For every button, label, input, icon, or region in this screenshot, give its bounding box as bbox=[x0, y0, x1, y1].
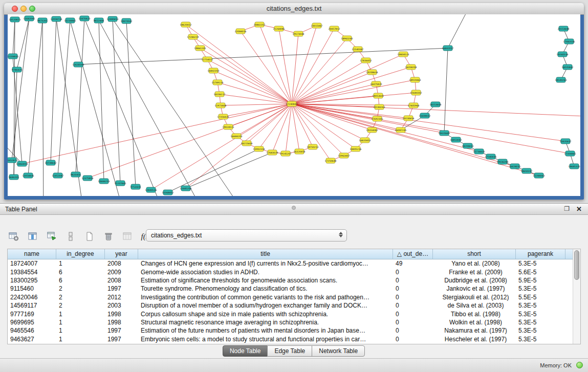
graph-node[interactable]: 15736820 bbox=[473, 149, 485, 154]
graph-node[interactable]: 19573048 bbox=[293, 31, 304, 36]
graph-edge[interactable] bbox=[292, 84, 376, 104]
graph-node[interactable]: 18920463 bbox=[409, 77, 421, 82]
graph-node[interactable]: 17250648 bbox=[325, 158, 337, 163]
table-cell[interactable]: 6 bbox=[56, 269, 105, 276]
graph-node[interactable]: 10684253 bbox=[98, 179, 110, 184]
table-row[interactable]: 946554611997Estimation of the future num… bbox=[8, 326, 580, 335]
graph-node[interactable]: 17692305 bbox=[372, 116, 383, 121]
graph-node[interactable]: 16842350 bbox=[208, 68, 220, 73]
graph-node[interactable]: 11682045 bbox=[24, 16, 35, 21]
tab-edge-table[interactable]: Edge Table bbox=[267, 345, 312, 357]
graph-node[interactable]: 18206117 bbox=[214, 92, 226, 97]
table-cell[interactable]: 1997 bbox=[105, 327, 138, 334]
graph-node[interactable]: 18750213 bbox=[307, 144, 319, 149]
graph-node[interactable]: 15902318 bbox=[253, 146, 265, 151]
table-cell[interactable]: 6 bbox=[56, 277, 105, 284]
table-cell[interactable]: Changes of HCN gene expression and I(f) … bbox=[138, 260, 393, 267]
table-cell[interactable]: 5.9E-5 bbox=[516, 277, 565, 284]
graph-node[interactable]: 19804523 bbox=[398, 52, 409, 57]
graph-node[interactable]: 18204653 bbox=[462, 143, 474, 148]
graph-node[interactable]: 20184263 bbox=[374, 104, 385, 110]
graph-node[interactable]: 15963407 bbox=[338, 153, 350, 158]
column-header-short[interactable]: short bbox=[433, 249, 516, 259]
table-cell[interactable]: 18724007 bbox=[8, 260, 56, 267]
graph-node[interactable]: 16087245 bbox=[395, 127, 407, 133]
graph-node[interactable]: 15284063 bbox=[533, 173, 545, 178]
table-cell[interactable]: 5.3E-5 bbox=[516, 319, 565, 326]
table-cell[interactable]: Investigating the contribution of common… bbox=[138, 294, 393, 301]
scrollbar-thumb[interactable] bbox=[574, 250, 579, 280]
graph-node[interactable]: 18650247 bbox=[521, 168, 533, 173]
graph-node[interactable]: 15608432 bbox=[419, 113, 431, 118]
graph-node[interactable]: 21540387 bbox=[352, 47, 364, 52]
graph-node[interactable]: 17836452 bbox=[360, 58, 372, 63]
graph-edge[interactable] bbox=[292, 38, 347, 104]
graph-node[interactable]: 17580436 bbox=[485, 154, 497, 159]
graph-node[interactable]: 18405236 bbox=[350, 146, 362, 151]
graph-node[interactable]: 12375804 bbox=[82, 176, 94, 181]
delete-columns-button[interactable] bbox=[102, 230, 115, 243]
graph-node[interactable]: 19145207 bbox=[280, 151, 292, 156]
table-cell[interactable]: Tibbo et al. (1998) bbox=[433, 311, 516, 318]
graph-node[interactable]: 18963240 bbox=[341, 36, 353, 41]
graph-node[interactable]: 18215604 bbox=[241, 141, 253, 146]
table-cell[interactable]: 1998 bbox=[105, 311, 138, 318]
table-cell[interactable]: Dudbridge et al. (2008) bbox=[433, 277, 516, 284]
graph-edge[interactable] bbox=[84, 18, 166, 196]
graph-node[interactable]: 17240847 bbox=[286, 101, 298, 106]
panel-splitter-handle[interactable] bbox=[292, 206, 296, 210]
graph-node[interactable]: 23015467 bbox=[311, 23, 323, 28]
graph-edge[interactable] bbox=[292, 104, 313, 147]
table-cell[interactable]: 1 bbox=[56, 319, 105, 326]
table-cell[interactable]: Yano et al. (2008) bbox=[433, 260, 516, 267]
graph-node[interactable]: 22084016 bbox=[235, 29, 247, 34]
graph-node[interactable]: 10520873 bbox=[9, 17, 21, 22]
table-cell[interactable]: 2 bbox=[56, 294, 105, 301]
table-cell[interactable]: 2008 bbox=[105, 277, 138, 284]
graph-edge[interactable] bbox=[292, 104, 515, 166]
table-cell[interactable]: 0 bbox=[393, 302, 433, 309]
graph-node[interactable]: 18053641 bbox=[373, 93, 384, 98]
table-cell[interactable]: Disruption of a novel member of a sodium… bbox=[138, 302, 393, 309]
table-cell[interactable]: Stergiakouli et al. (2012) bbox=[433, 294, 516, 301]
table-row[interactable]: 1872400712008Changes of HCN gene express… bbox=[8, 259, 580, 268]
graph-node[interactable]: 9684205 bbox=[9, 174, 19, 180]
graph-node[interactable]: 9786420 bbox=[12, 67, 22, 72]
graph-node[interactable]: 12058734 bbox=[51, 16, 62, 21]
graph-edge[interactable] bbox=[217, 82, 292, 104]
graph-edge[interactable] bbox=[22, 104, 292, 164]
graph-node[interactable]: 20861357 bbox=[254, 22, 266, 27]
table-scrollbar[interactable] bbox=[573, 249, 580, 344]
graph-node[interactable]: 18620412 bbox=[180, 22, 192, 27]
graph-edge[interactable] bbox=[292, 72, 372, 104]
window-titlebar[interactable]: citations_edges.txt bbox=[4, 3, 584, 15]
column-header-name[interactable]: name bbox=[8, 249, 56, 259]
graph-edge[interactable] bbox=[448, 14, 471, 48]
graph-node[interactable]: 10738642 bbox=[45, 160, 57, 165]
table-cell[interactable]: 9465546 bbox=[8, 327, 56, 334]
table-cell[interactable]: 1997 bbox=[105, 336, 138, 343]
graph-node[interactable]: 16475820 bbox=[371, 81, 382, 86]
graph-node[interactable]: 9753428 bbox=[130, 184, 141, 189]
table-cell[interactable]: 22420046 bbox=[8, 294, 56, 301]
table-cell[interactable]: 5.3E-5 bbox=[516, 336, 565, 343]
graph-edge[interactable] bbox=[247, 104, 292, 143]
graph-edge[interactable] bbox=[186, 25, 292, 104]
graph-node[interactable]: 12754011 bbox=[202, 57, 213, 62]
graph-edge[interactable] bbox=[17, 18, 29, 70]
graph-node[interactable]: 11685204 bbox=[180, 186, 192, 191]
table-cell[interactable]: 0 bbox=[393, 294, 433, 301]
graph-node[interactable]: 16428035 bbox=[509, 164, 521, 169]
close-panel-icon[interactable]: ✕ bbox=[576, 205, 582, 213]
table-cell[interactable]: 14569117 bbox=[8, 302, 56, 309]
table-row[interactable]: 969969511998Structural magnetic resonanc… bbox=[8, 318, 580, 326]
table-cell[interactable]: 1 bbox=[56, 311, 105, 318]
table-cell[interactable]: 5.3E-5 bbox=[516, 285, 565, 292]
table-cell[interactable]: Wolkin et al. (1998) bbox=[433, 319, 516, 326]
graph-node[interactable]: 10234865 bbox=[64, 18, 76, 23]
row-tools-button[interactable] bbox=[64, 230, 77, 243]
table-cell[interactable]: 49 bbox=[393, 260, 433, 267]
graph-node[interactable]: 19260534 bbox=[557, 52, 569, 57]
table-cell[interactable]: 0 bbox=[393, 277, 433, 284]
graph-edge[interactable] bbox=[292, 104, 570, 154]
